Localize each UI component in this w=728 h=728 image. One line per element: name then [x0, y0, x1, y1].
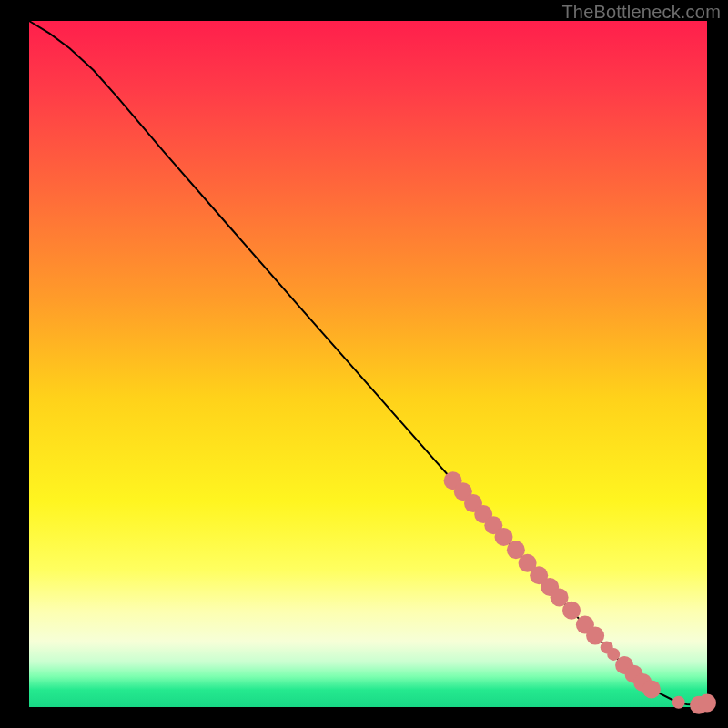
chart-stage: TheBottleneck.com	[0, 0, 728, 728]
data-marker	[562, 602, 581, 620]
data-marker	[586, 627, 604, 645]
data-marker	[607, 648, 620, 661]
data-marker	[698, 694, 716, 713]
chart-svg	[0, 0, 728, 728]
data-marker	[642, 680, 661, 698]
data-marker	[672, 696, 685, 709]
watermark-text: TheBottleneck.com	[561, 2, 721, 23]
plot-background	[29, 21, 707, 707]
